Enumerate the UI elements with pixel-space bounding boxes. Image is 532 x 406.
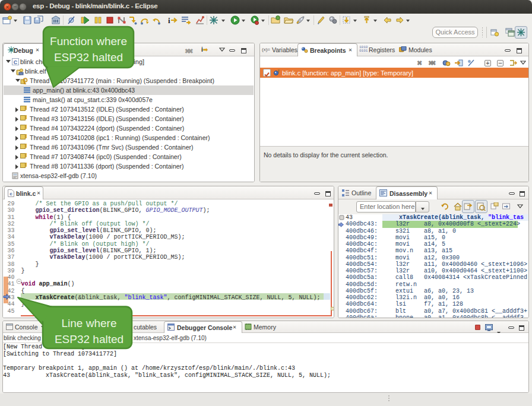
svg-text:Line where: Line where [62,317,117,329]
svg-text:Function where: Function where [50,35,127,47]
svg-text:ESP32 halted: ESP32 halted [55,333,124,345]
svg-text:ESP32 halted: ESP32 halted [54,51,123,64]
